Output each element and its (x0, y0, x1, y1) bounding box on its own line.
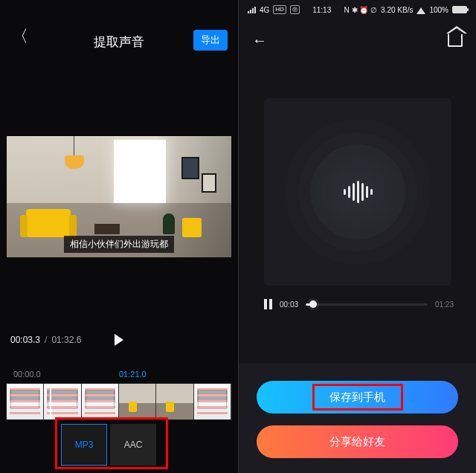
audio-player-row: 00:03 01:23 (264, 299, 454, 309)
extract-audio-screen: 〈 提取声音 导出 相信小伙伴们外出游玩都 00:03.3 / 01:32.6 … (0, 0, 238, 473)
timeline-strip[interactable] (6, 383, 232, 420)
player-current-time: 00:03 (280, 300, 298, 309)
network-label: 4G (260, 6, 269, 14)
back-icon[interactable]: ← (252, 32, 267, 49)
share-button-label: 分享给好友 (329, 435, 385, 449)
audio-preview-card (264, 98, 451, 286)
player-duration: 01:23 (435, 300, 454, 309)
save-button-label: 保存到手机 (329, 390, 385, 405)
signal-icon (248, 7, 256, 13)
play-icon[interactable] (115, 334, 123, 346)
battery-icon (452, 6, 467, 13)
header: ← (239, 19, 476, 61)
timeline-cursor[interactable] (50, 383, 51, 420)
wifi-icon (416, 5, 425, 14)
back-icon[interactable]: 〈 (12, 25, 28, 48)
playback-time-row: 00:03.3 / 01:32.6 (0, 335, 238, 345)
clock: 11:13 (312, 6, 331, 14)
time-separator: / (45, 335, 47, 345)
progress-bar[interactable] (306, 303, 428, 306)
header: 〈 提取声音 导出 (0, 0, 238, 58)
status-icons: N ✱ ⏰ ∅ (344, 6, 378, 14)
video-preview[interactable]: 相信小伙伴们外出游玩都 (7, 136, 231, 257)
total-duration: 01:32.6 (51, 335, 81, 345)
status-bar: 4G HD ◎ 11:13 N ✱ ⏰ ∅ 3.20 KB/s 100% (239, 0, 476, 19)
home-icon[interactable] (448, 33, 463, 47)
format-tabs: MP3 AAC (61, 424, 156, 466)
net-speed: 3.20 KB/s (381, 6, 413, 14)
save-to-phone-button[interactable]: 保存到手机 (257, 381, 458, 414)
current-time: 00:03.3 (10, 335, 40, 345)
video-subtitle: 相信小伙伴们外出游玩都 (64, 236, 174, 253)
pause-icon[interactable] (264, 299, 272, 309)
battery-pct: 100% (429, 6, 448, 14)
rec-badge: ◎ (290, 5, 300, 14)
hd-badge: HD (273, 5, 286, 14)
timeline-labels: 00:00.0 01:21.0 (0, 370, 238, 379)
audio-waveform-icon[interactable] (310, 144, 405, 239)
format-aac[interactable]: AAC (110, 424, 156, 466)
timeline-start: 00:00.0 (13, 370, 41, 379)
export-button[interactable]: 导出 (193, 30, 228, 51)
progress-knob[interactable] (309, 300, 317, 308)
timeline-mid: 01:21.0 (119, 370, 147, 379)
action-button-area: 保存到手机 分享给好友 (239, 363, 476, 473)
timeline-zone: 00:00.0 01:21.0 MP3 AAC (0, 370, 238, 473)
audio-result-screen: 4G HD ◎ 11:13 N ✱ ⏰ ∅ 3.20 KB/s 100% ← 0… (238, 0, 476, 473)
format-mp3[interactable]: MP3 (61, 424, 107, 466)
share-to-friends-button[interactable]: 分享给好友 (257, 425, 458, 458)
